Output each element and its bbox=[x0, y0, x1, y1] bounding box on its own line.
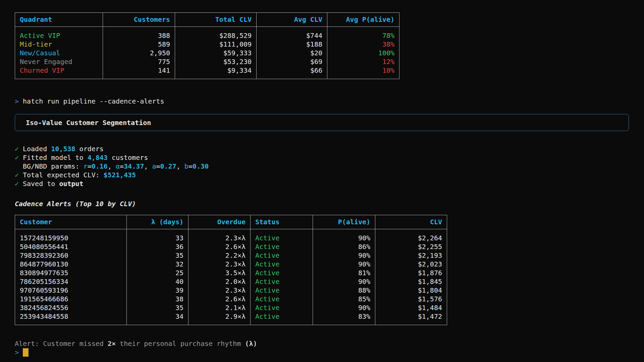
table-cell: 798328392360 bbox=[15, 251, 127, 260]
table-row: Churned VIP141$9,334$6610% bbox=[15, 66, 399, 79]
table-cell: 90% bbox=[313, 251, 375, 260]
text-segment: , bbox=[108, 162, 116, 170]
text-segment: BG/NBD params: bbox=[23, 162, 84, 170]
text-segment: (λ) bbox=[245, 340, 257, 348]
text-segment: = bbox=[156, 162, 160, 170]
table-cell: 100% bbox=[327, 49, 399, 57]
table-row: Never Engaged775$53,230$6912% bbox=[15, 57, 399, 66]
table-cell: New/Casual bbox=[15, 49, 103, 57]
table-cell: Active bbox=[251, 242, 313, 251]
table-row: 253943484558342.9×λActive83%$1,472 bbox=[15, 312, 447, 325]
banner-box: Iso-Value Customer Segmentation bbox=[15, 114, 629, 131]
input-prompt-line[interactable]: > bbox=[15, 348, 644, 357]
cadence-alerts-table: Customerλ (days)OverdueStatusP(alive)CLV… bbox=[15, 215, 447, 325]
table-cell: $744 bbox=[257, 27, 327, 40]
text-segment: 4,843 bbox=[88, 154, 108, 162]
table-cell: $188 bbox=[257, 40, 327, 49]
quadrant-table: QuadrantCustomersTotal CLVAvg CLVAvg P(a… bbox=[15, 12, 399, 79]
banner-title: Iso-Value Customer Segmentation bbox=[26, 118, 151, 127]
table-cell: 382456824556 bbox=[15, 303, 127, 312]
status-line: ✓Saved to output bbox=[15, 179, 644, 188]
column-header: Total CLV bbox=[175, 13, 257, 27]
table-row: 157248159950332.3×λActive90%$2,264 bbox=[15, 229, 447, 243]
text-segment: = bbox=[189, 162, 193, 170]
status-line: ✓Loaded 10,538 orders bbox=[15, 144, 644, 153]
table-cell: $20 bbox=[257, 49, 327, 57]
text-segment: their personal purchase rhythm bbox=[116, 340, 245, 348]
table-cell: Active bbox=[251, 277, 313, 286]
table-cell: $1,472 bbox=[375, 312, 447, 325]
text-segment: , bbox=[176, 162, 184, 170]
text-segment: orders bbox=[75, 145, 104, 153]
table-cell: Active bbox=[251, 295, 313, 303]
check-icon: ✓ bbox=[15, 153, 23, 162]
table-cell: 2.1×λ bbox=[189, 303, 251, 312]
table-row: 382456824556352.1×λActive90%$1,484 bbox=[15, 303, 447, 312]
status-lines: ✓Loaded 10,538 orders✓Fitted model to 4,… bbox=[15, 144, 644, 188]
table-cell: $1,876 bbox=[375, 268, 447, 277]
column-header: Status bbox=[251, 215, 313, 229]
table-cell: 83% bbox=[313, 312, 375, 325]
table-cell: $111,009 bbox=[175, 40, 257, 49]
text-segment: 34.37 bbox=[124, 162, 144, 170]
table-cell: Active bbox=[251, 268, 313, 277]
text-segment: output bbox=[59, 180, 83, 188]
text-segment: = bbox=[120, 162, 124, 170]
column-header: Customers bbox=[103, 13, 175, 27]
text-segment: Loaded bbox=[23, 145, 51, 153]
table-row: 798328392360352.2×λActive90%$2,193 bbox=[15, 251, 447, 260]
table-cell: 34 bbox=[127, 312, 189, 325]
column-header: P(alive) bbox=[313, 215, 375, 229]
table-cell: 970760593196 bbox=[15, 286, 127, 295]
cadence-alerts-heading: Cadence Alerts (Top 10 by CLV) bbox=[15, 199, 644, 208]
table-cell: Active bbox=[251, 303, 313, 312]
table-row: 864877960130322.3×λActive90%$2,023 bbox=[15, 260, 447, 268]
text-segment: α bbox=[116, 162, 120, 170]
table-cell: $1,845 bbox=[375, 277, 447, 286]
table-cell: 253943484558 bbox=[15, 312, 127, 325]
column-header: λ (days) bbox=[127, 215, 189, 229]
table-cell: 775 bbox=[103, 57, 175, 66]
table-cell: 2.6×λ bbox=[189, 295, 251, 303]
table-cell: $69 bbox=[257, 57, 327, 66]
table-row: Mid-tier589$111,009$18838% bbox=[15, 40, 399, 49]
table-cell: 36 bbox=[127, 242, 189, 251]
table-cell: $53,230 bbox=[175, 57, 257, 66]
table-cell: Active VIP bbox=[15, 27, 103, 40]
table-cell: Active bbox=[251, 312, 313, 325]
table-cell: 388 bbox=[103, 27, 175, 40]
table-row: 786205156334402.0×λActive90%$1,845 bbox=[15, 277, 447, 286]
table-cell: 2,950 bbox=[103, 49, 175, 57]
text-segment: r bbox=[84, 162, 88, 170]
table-cell: Active bbox=[251, 286, 313, 295]
text-segment: b bbox=[184, 162, 189, 170]
text-segment: = bbox=[88, 162, 92, 170]
status-line: BG/NBD params: r=0.16, α=34.37, a=0.27, … bbox=[15, 162, 644, 171]
text-segment: 10,538 bbox=[51, 145, 75, 153]
text-segment: 0.16 bbox=[92, 162, 108, 170]
table-cell: 504080556441 bbox=[15, 242, 127, 251]
table-cell: 2.3×λ bbox=[189, 286, 251, 295]
table-cell: $1,484 bbox=[375, 303, 447, 312]
table-cell: 786205156334 bbox=[15, 277, 127, 286]
table-cell: $2,193 bbox=[375, 251, 447, 260]
table-cell: 32 bbox=[127, 260, 189, 268]
table-cell: $9,334 bbox=[175, 66, 257, 79]
table-cell: 830894977635 bbox=[15, 268, 127, 277]
table-cell: 38 bbox=[127, 295, 189, 303]
table-cell: 141 bbox=[103, 66, 175, 79]
table-row: 191565466686382.6×λActive85%$1,576 bbox=[15, 295, 447, 303]
status-line: ✓Total expected CLV: $521,435 bbox=[15, 171, 644, 179]
text-segment: , bbox=[144, 162, 152, 170]
table-cell: Active bbox=[251, 260, 313, 268]
table-cell: 10% bbox=[327, 66, 399, 79]
column-header: Avg CLV bbox=[257, 13, 327, 27]
column-header: Quadrant bbox=[15, 13, 103, 27]
table-cell: 2.2×λ bbox=[189, 251, 251, 260]
footer: Alert: Customer missed 2× their personal… bbox=[15, 339, 644, 357]
table-cell: 2.0×λ bbox=[189, 277, 251, 286]
table-cell: Mid-tier bbox=[15, 40, 103, 49]
table-cell: $1,576 bbox=[375, 295, 447, 303]
table-cell: 90% bbox=[313, 303, 375, 312]
table-cell: 2.3×λ bbox=[189, 229, 251, 243]
